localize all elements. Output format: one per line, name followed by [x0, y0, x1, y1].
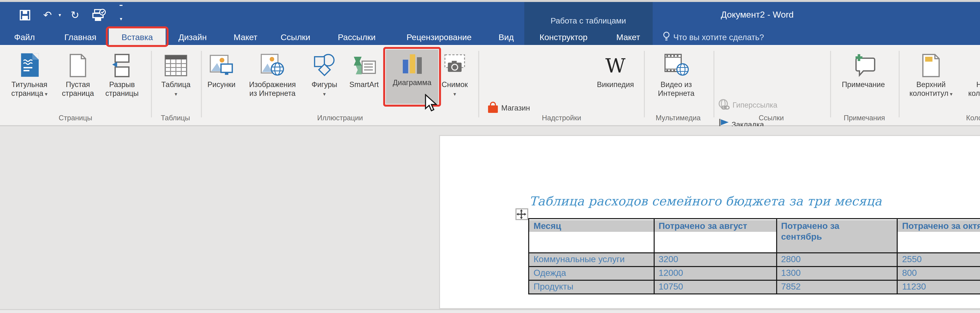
chevron-down-icon: ▾ — [323, 91, 326, 98]
save-button[interactable] — [18, 2, 31, 28]
table-cell[interactable]: 2550 — [898, 253, 980, 267]
table-cell[interactable]: 1300 — [777, 267, 898, 280]
document-area: Таблица расходов семейного бюджета за тр… — [0, 126, 980, 313]
group-label-illustrations: Иллюстрации — [301, 113, 379, 122]
qat-customize-button[interactable]: ▾ — [115, 2, 127, 28]
cover-page-icon — [20, 49, 39, 82]
tab-mailings[interactable]: Рассылки — [335, 28, 378, 45]
table-cell[interactable]: 11230 — [898, 280, 980, 294]
tell-me-box[interactable]: Что вы хотите сделать? — [662, 28, 764, 45]
online-video-button[interactable]: Видео из Интернета — [651, 49, 702, 99]
window-top-edge — [0, 0, 980, 2]
table-button[interactable]: Таблица ▾ — [154, 49, 197, 98]
chart-icon — [401, 49, 424, 79]
group-label-comments: Примечания — [825, 113, 904, 122]
comment-button[interactable]: Примечание — [836, 49, 891, 90]
shapes-icon — [313, 49, 336, 82]
group-label-media: Мультимедиа — [639, 113, 718, 122]
smartart-icon — [352, 49, 376, 82]
wikipedia-button[interactable]: W Википедия — [590, 49, 641, 90]
table-cell[interactable]: 3200 — [655, 253, 777, 267]
table-header-cell[interactable]: Месяц — [530, 219, 655, 253]
table-cell[interactable]: 10750 — [655, 280, 777, 294]
tab-references[interactable]: Ссылки — [278, 28, 313, 45]
contextual-tab-header: Работа с таблицами — [524, 2, 652, 28]
table-cell[interactable]: 12000 — [655, 267, 777, 280]
table-header-cell[interactable]: Потрачено за октябрь — [898, 219, 980, 253]
tab-table-layout[interactable]: Макет — [614, 28, 642, 45]
print-preview-button[interactable] — [90, 2, 108, 28]
word-window: ↶ ▾ ↻ ▾ Документ2 - Word Работа с таблиц… — [0, 0, 980, 313]
chevron-down-icon: ▾ — [45, 91, 48, 97]
online-pictures-icon — [261, 49, 284, 82]
ribbon: Страницы Таблицы Иллюстрации Надстройки … — [0, 45, 980, 126]
document-heading[interactable]: Таблица расходов семейного бюджета за тр… — [529, 194, 882, 208]
header-button[interactable]: Верхний колонтитул▾ — [907, 49, 955, 99]
group-separator — [713, 51, 714, 118]
table-cell[interactable]: Одежда — [530, 267, 655, 280]
header-icon — [922, 49, 940, 82]
pictures-button[interactable]: Рисунки — [202, 49, 241, 90]
group-separator — [644, 51, 644, 118]
store-icon — [487, 102, 499, 114]
chevron-down-icon: ▾ — [59, 12, 61, 18]
group-separator — [151, 51, 151, 118]
comment-icon — [851, 49, 876, 82]
table-cell[interactable]: 7852 — [777, 280, 898, 294]
shapes-button[interactable]: Фигуры ▾ — [306, 49, 343, 98]
smartart-button[interactable]: SmartArt — [342, 49, 386, 90]
store-button[interactable]: Магазин — [487, 102, 530, 114]
group-label-pages: Страницы — [36, 113, 115, 122]
cover-page-button[interactable]: Титульная страница▾ — [8, 49, 51, 99]
group-label-addins: Надстройки — [522, 113, 601, 122]
screenshot-icon — [444, 49, 466, 82]
move-icon — [517, 209, 527, 219]
tab-view[interactable]: Вид — [496, 28, 517, 45]
footer-button[interactable]: Нижний колонтитул▾ — [966, 49, 980, 99]
table-header-cell[interactable]: Потрачено за август — [655, 219, 777, 253]
hyperlink-button: Гиперссылка — [718, 99, 777, 111]
table-cell[interactable]: Коммунальные услуги — [530, 253, 655, 267]
group-label-tables: Таблицы — [136, 113, 215, 122]
table-cell[interactable]: 2800 — [777, 253, 898, 267]
tab-review[interactable]: Рецензирование — [402, 28, 476, 45]
redo-icon: ↻ — [70, 10, 79, 20]
tab-insert[interactable]: Вставка — [109, 28, 165, 45]
document-page[interactable]: Таблица расходов семейного бюджета за тр… — [439, 135, 980, 310]
tab-table-design[interactable]: Конструктор — [535, 28, 592, 45]
lightbulb-icon — [662, 32, 670, 42]
title-bar: ↶ ▾ ↻ ▾ Документ2 - Word Работа с таблиц… — [0, 2, 980, 28]
online-video-icon — [664, 49, 689, 82]
table-cell[interactable]: Продукты — [530, 280, 655, 294]
budget-table: Месяц Потрачено за август Потрачено за с… — [528, 218, 980, 295]
undo-icon: ↶ — [43, 10, 52, 20]
document-title: Документ2 - Word — [0, 2, 980, 28]
tab-layout[interactable]: Макет — [231, 28, 260, 45]
group-separator — [478, 51, 479, 118]
blank-page-button[interactable]: Пустая страница — [56, 49, 100, 99]
wikipedia-icon: W — [605, 49, 626, 82]
redo-button[interactable]: ↻ — [68, 2, 82, 28]
tab-file[interactable]: Файл — [10, 28, 39, 45]
table-cell[interactable]: 800 — [898, 267, 980, 280]
hyperlink-icon — [718, 99, 730, 111]
horizontal-scrollbar-track[interactable] — [0, 310, 980, 313]
group-separator — [830, 51, 830, 118]
mouse-cursor — [424, 94, 439, 116]
undo-button[interactable]: ↶ — [40, 2, 55, 28]
group-label-header-footer: Колонтитулы — [949, 113, 980, 122]
table-header-cell[interactable]: Потрачено за сентябрь — [777, 219, 898, 253]
save-icon — [19, 9, 30, 21]
group-separator — [201, 51, 202, 118]
table-icon — [165, 49, 187, 82]
blank-page-icon — [70, 49, 86, 82]
print-preview-icon — [92, 9, 106, 21]
table-move-handle[interactable] — [515, 208, 528, 220]
tab-home[interactable]: Главная — [61, 28, 100, 45]
page-break-button[interactable]: Разрыв страницы — [100, 49, 144, 99]
undo-dropdown[interactable]: ▾ — [56, 2, 64, 28]
screenshot-button[interactable]: Снимок ▾ — [440, 49, 469, 98]
ribbon-tab-row: Файл Главная Вставка Дизайн Макет Ссылки… — [0, 28, 980, 45]
online-pictures-button[interactable]: Изображения из Интернета — [242, 49, 303, 99]
tab-design[interactable]: Дизайн — [175, 28, 210, 45]
